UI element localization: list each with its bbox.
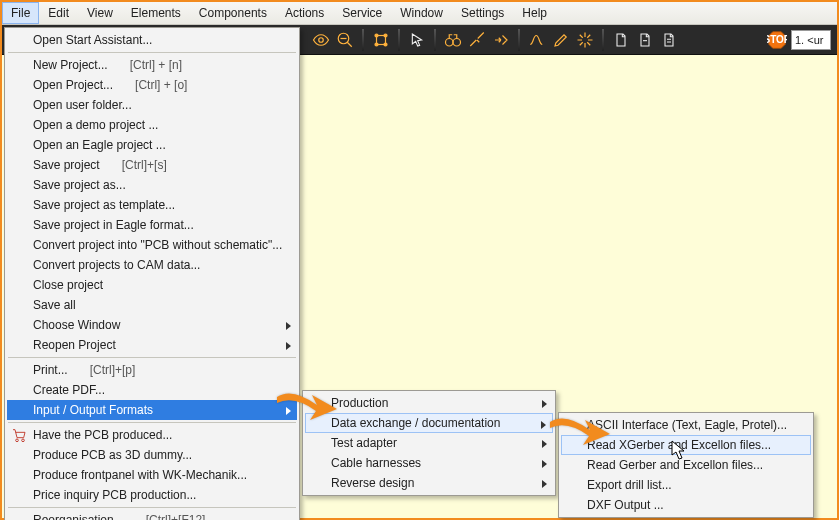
mi-label: Reopen Project xyxy=(33,338,116,352)
menu-view[interactable]: View xyxy=(78,2,122,24)
mi-label: Price inquiry PCB production... xyxy=(33,488,196,502)
mi-have-pcb-produced[interactable]: Have the PCB produced... xyxy=(7,425,297,445)
mi-label: Choose Window xyxy=(33,318,120,332)
mi-reorganisation[interactable]: Reorganisation...[Ctrl]+[F12] xyxy=(7,510,297,520)
mi-label: Production xyxy=(331,396,388,410)
zoom-out-icon[interactable] xyxy=(334,29,356,51)
stop-icon[interactable]: STOP xyxy=(767,30,787,50)
menu-edit[interactable]: Edit xyxy=(39,2,78,24)
mi-close-project[interactable]: Close project xyxy=(7,275,297,295)
mi-save-project[interactable]: Save project[Ctrl]+[s] xyxy=(7,155,297,175)
svg-point-5 xyxy=(375,34,378,37)
mi-label: Convert projects to CAM data... xyxy=(33,258,200,272)
menu-actions[interactable]: Actions xyxy=(276,2,333,24)
mi-label: Reorganisation... xyxy=(33,513,124,520)
mi-save-eagle[interactable]: Save project in Eagle format... xyxy=(7,215,297,235)
cart-icon xyxy=(11,427,27,443)
submenu-arrow-icon xyxy=(542,457,547,471)
mi-label: Open user folder... xyxy=(33,98,132,112)
binoculars-icon[interactable] xyxy=(442,29,464,51)
mi-choose-window[interactable]: Choose Window xyxy=(7,315,297,335)
mi-print[interactable]: Print...[Ctrl]+[p] xyxy=(7,360,297,380)
svg-point-9 xyxy=(446,38,454,46)
mi-production[interactable]: Production xyxy=(305,393,553,413)
route-icon[interactable] xyxy=(526,29,548,51)
mi-label: Read Gerber and Excellon files... xyxy=(587,458,763,472)
mi-export-drill-list[interactable]: Export drill list... xyxy=(561,475,811,495)
mi-label: Open Project... xyxy=(33,78,113,92)
mi-open-demo-project[interactable]: Open a demo project ... xyxy=(7,115,297,135)
mi-price-inquiry[interactable]: Price inquiry PCB production... xyxy=(7,485,297,505)
mi-read-gerber[interactable]: Read Gerber and Excellon files... xyxy=(561,455,811,475)
svg-point-8 xyxy=(384,43,387,46)
mi-reopen-project[interactable]: Reopen Project xyxy=(7,335,297,355)
file-menu: Open Start Assistant... New Project...[C… xyxy=(4,27,300,520)
svg-point-10 xyxy=(453,38,461,46)
mi-cable-harnesses[interactable]: Cable harnesses xyxy=(305,453,553,473)
menu-elements[interactable]: Elements xyxy=(122,2,190,24)
menu-settings[interactable]: Settings xyxy=(452,2,513,24)
transform-icon[interactable] xyxy=(370,29,392,51)
mi-read-xgerber[interactable]: Read XGerber and Excellon files... xyxy=(561,435,811,455)
mi-create-pdf[interactable]: Create PDF... xyxy=(7,380,297,400)
submenu-arrow-icon xyxy=(542,477,547,491)
mi-label: ASCII Interface (Text, Eagle, Protel)... xyxy=(587,418,787,432)
menu-help[interactable]: Help xyxy=(513,2,556,24)
doc1-icon[interactable] xyxy=(610,29,632,51)
mi-shortcut: [Ctrl]+[p] xyxy=(90,363,136,377)
mi-label: Input / Output Formats xyxy=(33,403,153,417)
mi-label: Create PDF... xyxy=(33,383,105,397)
submenu-arrow-icon xyxy=(286,319,291,333)
mi-open-user-folder[interactable]: Open user folder... xyxy=(7,95,297,115)
mi-ascii-interface[interactable]: ASCII Interface (Text, Eagle, Protel)... xyxy=(561,415,811,435)
spark-icon[interactable] xyxy=(574,29,596,51)
io-formats-submenu: Production Data exchange / documentation… xyxy=(302,390,556,496)
mi-dxf-output[interactable]: DXF Output ... xyxy=(561,495,811,515)
menu-components[interactable]: Components xyxy=(190,2,276,24)
mi-data-exchange[interactable]: Data exchange / documentation xyxy=(305,413,553,433)
eye-icon[interactable] xyxy=(310,29,332,51)
mi-label: New Project... xyxy=(33,58,108,72)
mi-shortcut: [Ctrl] + [o] xyxy=(135,78,187,92)
submenu-arrow-icon xyxy=(286,404,291,418)
mi-reverse-design[interactable]: Reverse design xyxy=(305,473,553,493)
mi-shortcut: [Ctrl] + [n] xyxy=(130,58,182,72)
svg-text:STOP: STOP xyxy=(767,33,787,44)
mi-new-project[interactable]: New Project...[Ctrl] + [n] xyxy=(7,55,297,75)
mi-pcb-3d-dummy[interactable]: Produce PCB as 3D dummy... xyxy=(7,445,297,465)
mi-convert-cam[interactable]: Convert projects to CAM data... xyxy=(7,255,297,275)
mi-label: Export drill list... xyxy=(587,478,672,492)
mi-convert-pcb-no-schematic[interactable]: Convert project into "PCB without schema… xyxy=(7,235,297,255)
submenu-arrow-icon xyxy=(541,418,546,432)
mi-label: Produce frontpanel with WK-Mechanik... xyxy=(33,468,247,482)
mi-label: Open a demo project ... xyxy=(33,118,158,132)
mi-save-project-as[interactable]: Save project as... xyxy=(7,175,297,195)
data-exchange-submenu: ASCII Interface (Text, Eagle, Protel)...… xyxy=(558,412,814,518)
menu-file[interactable]: File xyxy=(2,2,39,24)
mi-open-eagle-project[interactable]: Open an Eagle project ... xyxy=(7,135,297,155)
submenu-arrow-icon xyxy=(542,397,547,411)
menu-window[interactable]: Window xyxy=(391,2,452,24)
menu-service[interactable]: Service xyxy=(333,2,391,24)
svg-line-2 xyxy=(347,42,352,47)
mi-test-adapter[interactable]: Test adapter xyxy=(305,433,553,453)
mi-open-project[interactable]: Open Project...[Ctrl] + [o] xyxy=(7,75,297,95)
svg-point-13 xyxy=(16,439,19,442)
mi-save-template[interactable]: Save project as template... xyxy=(7,195,297,215)
mi-label: Save project in Eagle format... xyxy=(33,218,194,232)
run-icon[interactable] xyxy=(490,29,512,51)
mi-label: Reverse design xyxy=(331,476,414,490)
pointer-icon[interactable] xyxy=(406,29,428,51)
undo-history-field[interactable]: 1. <ur xyxy=(791,30,831,50)
doc3-icon[interactable] xyxy=(658,29,680,51)
mi-label: Produce PCB as 3D dummy... xyxy=(33,448,192,462)
mi-frontpanel[interactable]: Produce frontpanel with WK-Mechanik... xyxy=(7,465,297,485)
mi-io-formats[interactable]: Input / Output Formats xyxy=(7,400,297,420)
doc2-icon[interactable] xyxy=(634,29,656,51)
mi-open-start-assistant[interactable]: Open Start Assistant... xyxy=(7,30,297,50)
mi-save-all[interactable]: Save all xyxy=(7,295,297,315)
mi-label: Convert project into "PCB without schema… xyxy=(33,238,282,252)
pen-icon[interactable] xyxy=(550,29,572,51)
measure-icon[interactable] xyxy=(466,29,488,51)
mi-label: Save project xyxy=(33,158,100,172)
